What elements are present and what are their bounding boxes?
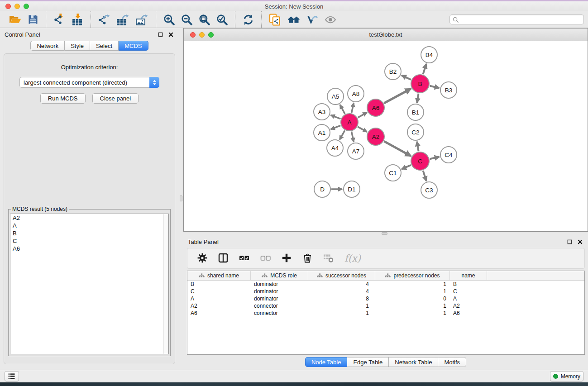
split-knob-icon[interactable] <box>180 195 182 201</box>
graph-node-B2[interactable]: B2 <box>385 63 401 80</box>
search-input[interactable] <box>459 15 581 24</box>
graph-edge-B-B3[interactable] <box>430 86 439 88</box>
memory-button[interactable]: Memory <box>550 371 583 381</box>
tab-network-table[interactable]: Network Table <box>389 357 438 367</box>
network-close-button[interactable] <box>190 32 196 38</box>
graph-edge-A-A4[interactable] <box>339 130 344 139</box>
close-window-button[interactable] <box>5 4 11 9</box>
graph-node-C3[interactable]: C3 <box>421 182 437 198</box>
graph-edge-C-C2[interactable] <box>417 142 418 152</box>
graph-node-D[interactable]: D <box>314 181 330 197</box>
mcds-result-item[interactable]: B <box>10 229 168 237</box>
graph-node-A5[interactable]: A5 <box>327 88 344 105</box>
graph-edge-A-A2[interactable] <box>358 127 367 132</box>
graph-node-B[interactable]: B <box>411 75 429 93</box>
column-header-successor-nodes[interactable]: successor nodes <box>308 271 375 280</box>
column-header-name[interactable]: name <box>450 271 487 280</box>
graph-node-A[interactable]: A <box>341 114 358 131</box>
mcds-result-item[interactable]: A6 <box>10 245 168 253</box>
column-header-shared-name[interactable]: shared name <box>187 271 251 280</box>
graph-edge-A-A7[interactable] <box>351 132 354 142</box>
close-table-panel-button[interactable] <box>577 238 583 245</box>
column-header-mcds-role[interactable]: MCDS role <box>251 271 308 280</box>
delete-columns-button[interactable] <box>301 251 314 266</box>
tab-motifs[interactable]: Motifs <box>438 357 466 367</box>
horizontal-split-divider[interactable] <box>183 232 588 235</box>
graph-node-C4[interactable]: C4 <box>440 147 457 163</box>
table-row[interactable]: Bdominator41B <box>187 281 584 288</box>
network-from-selection-button[interactable] <box>267 13 283 27</box>
float-table-panel-button[interactable] <box>566 238 573 245</box>
split-knob-icon[interactable] <box>382 232 387 235</box>
graph-node-C[interactable]: C <box>411 152 429 170</box>
task-history-button[interactable] <box>5 371 19 381</box>
select-all-checkboxes-button[interactable] <box>238 252 251 266</box>
graph-node-A6[interactable]: A6 <box>367 99 384 116</box>
zoom-in-button[interactable] <box>162 13 177 26</box>
vertical-split-divider[interactable] <box>179 28 183 370</box>
graph-edge-A6-B[interactable] <box>384 89 411 103</box>
graph-edge-C-C3[interactable] <box>423 171 426 181</box>
zoom-out-button[interactable] <box>179 13 194 26</box>
graph-edge-C-C4[interactable] <box>430 157 439 159</box>
table-row[interactable]: A6connector11A6 <box>187 310 584 317</box>
graph-edge-A-A6[interactable] <box>358 113 367 118</box>
graph-edge-A-A8[interactable] <box>352 103 354 113</box>
graph-node-D1[interactable]: D1 <box>344 181 360 197</box>
optimization-criterion-select[interactable]: largest connected component (directed) <box>19 77 159 88</box>
graph-node-A3[interactable]: A3 <box>314 104 330 120</box>
graph-edge-A-A1[interactable] <box>331 125 341 129</box>
graph-edge-C-C1[interactable] <box>402 165 411 169</box>
import-table-button[interactable] <box>70 13 85 27</box>
add-column-button[interactable] <box>280 252 293 266</box>
export-network-button[interactable] <box>96 13 112 27</box>
tab-node-table[interactable]: Node Table <box>305 357 348 367</box>
export-image-button[interactable] <box>134 13 150 27</box>
zoom-fit-button[interactable] <box>197 13 212 26</box>
save-session-button[interactable] <box>26 13 40 26</box>
mcds-result-item[interactable]: C <box>10 237 168 245</box>
tab-select[interactable]: Select <box>90 41 119 51</box>
graph-node-C2[interactable]: C2 <box>407 124 424 140</box>
export-table-button[interactable] <box>115 13 131 27</box>
zoom-selected-button[interactable] <box>215 13 229 26</box>
network-minimize-button[interactable] <box>199 32 205 38</box>
home-button[interactable] <box>286 14 302 25</box>
float-panel-button[interactable] <box>157 31 164 38</box>
graph-edge-B-B2[interactable] <box>402 76 411 80</box>
network-graph[interactable]: B4B2BB3A8A5A6B1A3AA1C2A2A4A7C4CC1C3DD1 <box>184 41 588 231</box>
table-row[interactable]: Cdominator41C <box>187 288 584 295</box>
graph-node-A4[interactable]: A4 <box>327 140 343 156</box>
tab-network[interactable]: Network <box>30 41 65 51</box>
import-network-button[interactable] <box>52 13 67 27</box>
table-row[interactable]: Adominator80A <box>187 295 584 302</box>
graph-node-C1[interactable]: C1 <box>385 165 401 181</box>
graph-node-B4[interactable]: B4 <box>421 47 437 63</box>
apply-layout-button[interactable] <box>241 13 256 26</box>
graph-edge-A-A5[interactable] <box>340 105 345 114</box>
graph-edge-A-A3[interactable] <box>331 115 341 119</box>
mcds-result-item[interactable]: A2 <box>10 214 168 222</box>
column-settings-button[interactable] <box>196 252 209 266</box>
minimize-window-button[interactable] <box>14 4 20 9</box>
close-mcds-panel-button[interactable]: Close panel <box>92 93 139 104</box>
tab-edge-table[interactable]: Edge Table <box>347 357 389 367</box>
tab-style[interactable]: Style <box>65 41 90 51</box>
graph-edge-B-B4[interactable] <box>423 64 426 74</box>
clear-all-checkboxes-button[interactable] <box>259 252 272 266</box>
graph-node-A8[interactable]: A8 <box>348 86 364 102</box>
split-columns-button[interactable] <box>217 252 229 266</box>
close-panel-button[interactable] <box>167 31 174 38</box>
table-row[interactable]: A2connector11A2 <box>187 302 584 310</box>
graph-edge-A2-C[interactable] <box>384 141 411 156</box>
open-session-button[interactable] <box>7 14 23 25</box>
graph-node-A2[interactable]: A2 <box>367 128 384 145</box>
annotations-button[interactable] <box>305 14 320 26</box>
graph-node-A7[interactable]: A7 <box>348 143 364 159</box>
network-canvas[interactable]: B4B2BB3A8A5A6B1A3AA1C2A2A4A7C4CC1C3DD1 <box>184 41 588 231</box>
mcds-list-scrollbar[interactable] <box>163 214 168 354</box>
run-mcds-button[interactable]: Run MCDS <box>40 93 86 104</box>
column-header-predecessor-nodes[interactable]: predecessor nodes <box>375 271 450 280</box>
network-maximize-button[interactable] <box>208 32 214 38</box>
graph-edge-B-B1[interactable] <box>417 94 418 103</box>
